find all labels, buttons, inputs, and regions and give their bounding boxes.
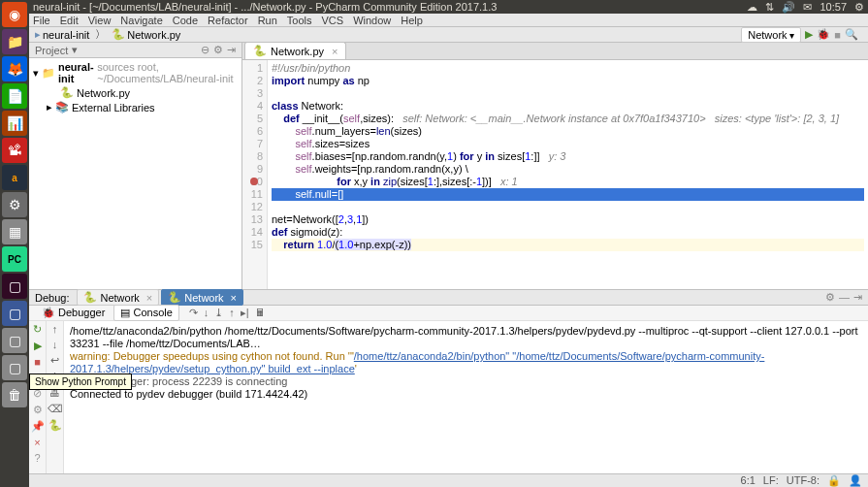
mail-icon[interactable]: ✉ [803, 1, 812, 14]
menu-run[interactable]: Run [258, 15, 277, 26]
debug-session-tab[interactable]: 🐍 Network × [77, 289, 159, 306]
app-icon[interactable]: ▦ [2, 219, 27, 244]
hide-icon[interactable]: ⇥ [227, 44, 236, 56]
run-config-selector[interactable]: Network ▾ [741, 27, 801, 43]
indicator-icon[interactable]: ⇅ [765, 1, 774, 14]
debug-title: Debug: [35, 292, 69, 304]
clear-icon[interactable]: ⌫ [48, 403, 63, 415]
python-file-icon: 🐍 [253, 45, 267, 57]
soft-wrap-icon[interactable]: ↩ [50, 354, 59, 367]
menu-navigate[interactable]: Navigate [120, 15, 162, 26]
project-tool-window: Project ▾ ⊖ ⚙ ⇥ ▾📁neural-init sources ro… [29, 43, 242, 289]
code-editor[interactable]: #!/usr/bin/pythonimport numpy as npclass… [268, 60, 868, 289]
line-separator[interactable]: LF: [763, 474, 779, 487]
hide-icon[interactable]: ⇥ [853, 291, 862, 304]
calc-icon[interactable]: 📊 [2, 111, 27, 136]
caret-position[interactable]: 6:1 [741, 474, 755, 487]
menu-file[interactable]: File [33, 15, 50, 26]
lock-icon[interactable]: 🔒 [827, 474, 841, 487]
folder-icon: 📁 [42, 67, 55, 80]
files-icon[interactable]: 📁 [2, 29, 27, 54]
step-into-my-icon[interactable]: ⤓ [214, 307, 223, 319]
close-icon[interactable]: × [146, 292, 152, 304]
tree-file[interactable]: Network.py [77, 87, 130, 99]
tree-libs[interactable]: External Libraries [72, 102, 155, 114]
terminal-icon[interactable]: ▢ [2, 274, 27, 299]
window-title: neural-init - [~/Documents/LAB/neural-in… [33, 1, 497, 13]
close-icon[interactable]: × [231, 292, 237, 304]
breadcrumb-file[interactable]: 🐍 Network.py [112, 28, 180, 41]
debug-session-tab-active[interactable]: 🐍 Network × [161, 289, 243, 306]
minimize-icon[interactable]: — [839, 291, 850, 304]
inspector-icon[interactable]: 👤 [849, 474, 862, 487]
library-icon: 📚 [55, 101, 69, 114]
project-panel-title: Project [35, 45, 68, 56]
app3-icon[interactable]: ▢ [2, 328, 27, 353]
collapse-icon[interactable]: ⊖ [201, 44, 209, 56]
step-into-icon[interactable]: ↓ [204, 307, 209, 319]
menu-code[interactable]: Code [173, 15, 198, 26]
writer-icon[interactable]: 📄 [2, 83, 27, 109]
impress-icon[interactable]: 📽 [2, 138, 27, 163]
menu-view[interactable]: View [88, 15, 112, 26]
ubuntu-launcher: ◉ 📁 🦊 📄 📊 📽 a ⚙ ▦ PC ▢ ▢ ▢ ▢ 🗑 [0, 0, 29, 487]
amazon-icon[interactable]: a [2, 165, 27, 190]
pycharm-icon[interactable]: PC [2, 246, 27, 272]
indicator-icon[interactable]: ☁ [747, 1, 757, 14]
file-encoding[interactable]: UTF-8: [787, 474, 820, 487]
step-out-icon[interactable]: ↑ [229, 307, 235, 319]
tree-root[interactable]: neural-init [58, 61, 94, 84]
breadcrumb: ▸ neural-init 〉 🐍 Network.py Network ▾ ▶… [29, 27, 868, 43]
debug-console[interactable]: /home/ttz/anaconda2/bin/python /home/ttz… [64, 321, 868, 473]
menu-help[interactable]: Help [401, 15, 423, 26]
step-over-icon[interactable]: ↷ [189, 307, 198, 319]
menu-refactor[interactable]: Refactor [208, 15, 248, 26]
help-icon[interactable]: ? [34, 452, 40, 464]
search-icon[interactable]: 🔍 [845, 28, 858, 41]
line-gutter[interactable]: 123456789101112131415 [242, 60, 268, 289]
volume-icon[interactable]: 🔊 [782, 1, 795, 14]
rerun-icon[interactable]: ↻ [33, 323, 42, 336]
evaluate-icon[interactable]: 🖩 [255, 307, 266, 319]
folder-icon: ▸ [35, 28, 41, 41]
run-to-cursor-icon[interactable]: ▸| [241, 307, 249, 319]
project-tree[interactable]: ▾📁neural-init sources root, ~/Documents/… [29, 58, 241, 289]
power-icon[interactable]: ⚙ [854, 1, 864, 14]
up-icon[interactable]: ↑ [52, 323, 58, 335]
debug-controls: ↻ ▶ ■ ●● ⊘ ⚙ 📌 × ? [29, 321, 47, 473]
menu-vcs[interactable]: VCS [322, 15, 344, 26]
editor-tab[interactable]: 🐍 Network.py × [244, 42, 346, 59]
console-controls: ↑ ↓ ↩ ⤓ 🖶 ⌫ 🐍 [47, 321, 64, 473]
editor-tab-label: Network.py [271, 46, 324, 57]
down-icon[interactable]: ↓ [52, 339, 58, 350]
close-icon[interactable]: × [332, 46, 338, 57]
debug-tool-window: Debug: 🐍 Network × 🐍 Network × ⚙ — ⇥ 🐞 D… [29, 289, 868, 473]
firefox-icon[interactable]: 🦊 [2, 56, 27, 81]
app2-icon[interactable]: ▢ [2, 301, 27, 326]
status-bar: 6:1 LF: UTF-8: 🔒 👤 [29, 473, 868, 487]
python-prompt-icon[interactable]: 🐍 [48, 419, 62, 432]
app4-icon[interactable]: ▢ [2, 355, 27, 380]
breadcrumb-project[interactable]: ▸ neural-init [35, 28, 89, 41]
resume-icon[interactable]: ▶ [34, 340, 42, 352]
stop-button[interactable]: ■ [834, 29, 841, 41]
clock[interactable]: 10:57 [820, 1, 847, 13]
tooltip: Show Python Prompt [29, 373, 132, 390]
debug-button[interactable]: 🐞 [817, 28, 830, 41]
gear-icon[interactable]: ⚙ [213, 44, 223, 56]
pin-icon[interactable]: 📌 [31, 420, 45, 433]
close-icon[interactable]: × [34, 437, 40, 448]
debugger-tab[interactable]: 🐞 Debugger [35, 305, 112, 321]
run-button[interactable]: ▶ [805, 28, 813, 41]
menu-tools[interactable]: Tools [287, 15, 312, 26]
settings-icon[interactable]: ⚙ [33, 404, 43, 416]
gear-icon[interactable]: ⚙ [825, 291, 835, 304]
menu-window[interactable]: Window [353, 15, 391, 26]
trash-icon[interactable]: 🗑 [2, 382, 27, 407]
console-tab[interactable]: ▤ Console [113, 305, 178, 321]
menu-edit[interactable]: Edit [60, 15, 79, 26]
stop-icon[interactable]: ■ [34, 356, 41, 368]
settings-icon[interactable]: ⚙ [2, 192, 27, 217]
python-file-icon: 🐍 [112, 28, 125, 41]
ubuntu-dash-icon[interactable]: ◉ [2, 2, 27, 27]
